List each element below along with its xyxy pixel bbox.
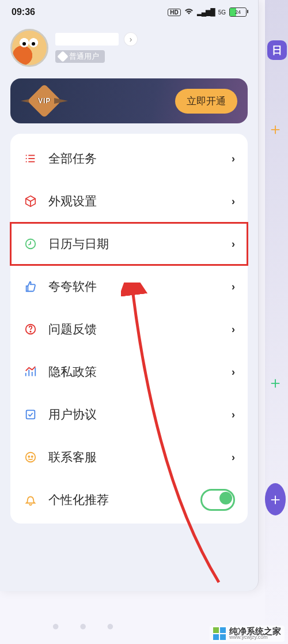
side-drawer: 09:36 HD ▂▄▆█ 5G 24 › 普通用户 VIP: [0, 0, 259, 591]
menu-label: 夸夸软件: [48, 278, 232, 295]
chevron-right-icon: ›: [232, 153, 235, 165]
menu-item-all-tasks[interactable]: 全部任务 ›: [10, 137, 248, 180]
add-task-plus-green[interactable]: ＋: [267, 372, 283, 394]
battery-icon: 24: [229, 7, 247, 17]
network-badge: 5G: [218, 9, 226, 16]
bell-icon: [23, 494, 38, 506]
watermark-logo-icon: [213, 627, 226, 640]
chevron-right-icon: ›: [232, 238, 235, 250]
svg-point-10: [26, 453, 36, 462]
check-doc-icon: [23, 408, 38, 421]
menu-item-privacy[interactable]: 隐私政策 ›: [10, 351, 248, 393]
watermark: 纯净系统之家 www.ycwjzy.com: [210, 626, 285, 642]
menu-label: 日历与日期: [48, 236, 232, 252]
calendar-glyph: 日: [272, 43, 282, 57]
chevron-right-icon: ›: [232, 451, 235, 464]
menu-item-feedback[interactable]: 问题反馈 ›: [10, 308, 248, 351]
menu-label: 用户协议: [48, 406, 232, 423]
menu-label: 问题反馈: [48, 321, 232, 337]
add-task-plus-orange[interactable]: ＋: [267, 118, 283, 140]
cube-icon: [23, 195, 38, 208]
settings-menu: 全部任务 › 外观设置 › 日历与日期 › 夸夸软件 › 问题反馈 › 隐私政策…: [10, 134, 248, 524]
menu-item-rate[interactable]: 夸夸软件 ›: [10, 265, 248, 308]
avatar[interactable]: [10, 29, 48, 67]
headset-icon: [23, 451, 38, 464]
svg-point-12: [32, 456, 33, 457]
svg-point-8: [30, 331, 31, 332]
menu-label: 个性化推荐: [48, 492, 200, 508]
list-icon: [23, 152, 38, 165]
signal-icon: ▂▄▆█: [197, 8, 215, 16]
vip-cta-button[interactable]: 立即开通: [175, 89, 237, 114]
chevron-right-icon: ›: [232, 409, 235, 421]
hd-badge: HD: [168, 9, 180, 16]
chevron-right-icon: ›: [232, 195, 235, 208]
chevron-right-icon: ›: [232, 281, 235, 293]
menu-label: 全部任务: [48, 150, 232, 167]
badge-gem-icon: [57, 51, 69, 62]
question-icon: [23, 323, 38, 336]
menu-label: 联系客服: [48, 449, 232, 465]
menu-item-support[interactable]: 联系客服 ›: [10, 436, 248, 479]
menu-label: 外观设置: [48, 193, 232, 209]
username-placeholder: [55, 33, 119, 46]
thumbs-up-icon: [23, 280, 38, 293]
menu-item-appearance[interactable]: 外观设置 ›: [10, 180, 248, 223]
clock-icon: [23, 238, 38, 250]
user-tier-badge: 普通用户: [55, 50, 105, 63]
profile-chevron-icon[interactable]: ›: [124, 33, 137, 46]
svg-rect-9: [26, 410, 35, 419]
background-sliver: [265, 0, 288, 644]
menu-item-calendar[interactable]: 日历与日期 ›: [10, 223, 248, 265]
vip-banner[interactable]: VIP 立即开通: [10, 78, 248, 123]
menu-label: 隐私政策: [48, 364, 232, 380]
vip-badge-icon: VIP: [21, 89, 68, 113]
chart-icon: [23, 366, 38, 378]
status-time: 09:36: [12, 7, 35, 17]
personalize-toggle[interactable]: [200, 489, 235, 511]
wifi-icon: [184, 8, 194, 17]
svg-point-11: [28, 456, 29, 457]
watermark-url: www.ycwjzy.com: [229, 635, 281, 641]
profile-section[interactable]: › 普通用户: [0, 24, 258, 78]
badge-label: 普通用户: [69, 51, 99, 62]
calendar-fab-icon[interactable]: 日: [267, 40, 287, 60]
chevron-right-icon: ›: [232, 366, 235, 378]
menu-item-personalize[interactable]: 个性化推荐: [10, 479, 248, 521]
ghost-nav-hint: ● ● ●: [52, 619, 122, 634]
status-bar: 09:36 HD ▂▄▆█ 5G 24: [0, 0, 258, 24]
chevron-right-icon: ›: [232, 323, 235, 336]
menu-item-agreement[interactable]: 用户协议 ›: [10, 393, 248, 436]
primary-fab[interactable]: ＋: [265, 483, 286, 515]
